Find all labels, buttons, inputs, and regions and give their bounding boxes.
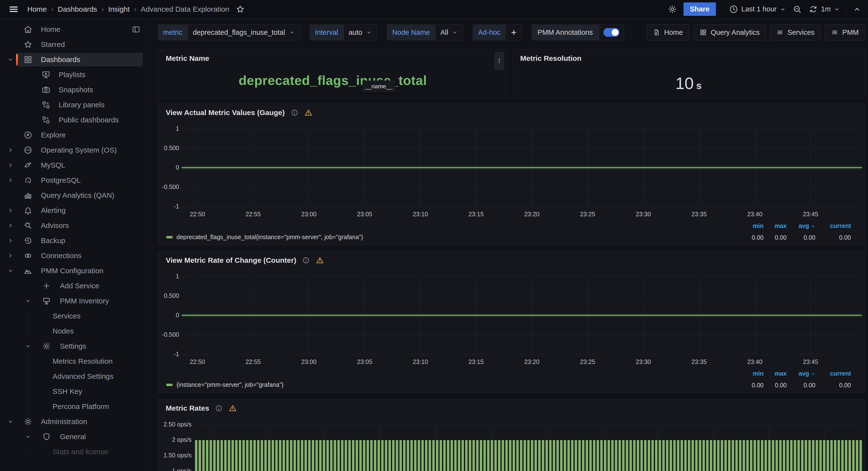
sidebar-item-pmm-configuration[interactable]: PMM Configuration [0,263,149,278]
sidebar-item-backup[interactable]: Backup [0,233,149,248]
sidebar-item-mysql[interactable]: MySQL [0,158,149,173]
legend-stat-header-current[interactable]: current [815,222,851,229]
sidebar-item-administration[interactable]: Administration [0,414,149,429]
refresh-picker[interactable]: 1m [808,4,840,14]
chevron-right-icon[interactable] [7,177,14,184]
chevron-down-icon[interactable] [7,56,14,63]
chevron-right-icon[interactable] [7,162,14,169]
info-icon[interactable] [215,404,223,412]
legend-color-swatch[interactable] [166,384,173,386]
sidebar-item-home[interactable]: Home [0,22,149,37]
chevron-right-icon[interactable] [7,146,14,154]
sidebar-item-query-analytics-qan[interactable]: Query Analytics (QAN) [0,188,149,203]
variable-metric-label[interactable]: metric [158,24,188,40]
panel-title[interactable]: Metric Name [166,54,209,63]
sidebar-item-snapshots[interactable]: Snapshots [0,82,149,97]
query-analytics-link-button[interactable]: Query Analytics [693,24,766,40]
variable-interval-label[interactable]: Interval [310,24,343,40]
share-button[interactable]: Share [683,2,716,16]
warning-icon[interactable] [316,256,324,264]
chevron-right-icon[interactable] [7,252,14,259]
variable-node-name-label[interactable]: Node Name [387,24,435,40]
sidebar-item-alerting[interactable]: Alerting [0,203,149,218]
breadcrumb-item[interactable]: Advanced Data Exploration [141,5,229,13]
pmm-link-button[interactable]: PMM [825,24,865,40]
sidebar-item-library-panels[interactable]: Library panels [0,97,149,112]
panel-title[interactable]: View Actual Metric Values (Gauge) [166,108,285,117]
add-filter-button[interactable]: + [506,24,522,40]
legend-stat-header-max[interactable]: max [764,222,787,229]
chevron-down-icon[interactable] [24,342,32,350]
chevron-down-icon[interactable] [24,433,32,440]
chevron-down-icon[interactable] [7,267,14,274]
panel-title[interactable]: Metric Rates [166,404,209,412]
info-icon[interactable] [302,257,310,264]
sidebar-item-add-service[interactable]: Add Service [0,278,149,293]
warning-icon[interactable] [228,404,237,412]
services-link-button[interactable]: Services [770,24,820,40]
variable-interval-select[interactable]: auto [343,24,377,40]
legend-stat-header-min[interactable]: min [742,222,764,229]
sidebar-item-starred[interactable]: Starred [0,37,149,52]
legend-stat-header-current[interactable]: current [815,370,851,377]
legend-stat-header-avg[interactable]: avg [787,222,815,229]
panel-title[interactable]: View Metric Rate of Change (Counter) [166,256,296,264]
legend-item[interactable]: deprecated_flags_inuse_total{instance="p… [166,234,363,241]
chevron-down-icon[interactable] [7,418,14,425]
series-line[interactable] [182,167,862,168]
chevron-down-icon[interactable] [24,297,32,305]
panel-left-icon[interactable] [132,25,141,34]
zoom-out-icon[interactable] [792,4,802,14]
chevron-right-icon[interactable] [7,222,14,229]
pmm-annotations-toggle[interactable] [599,24,624,40]
sidebar-item-public-dashboards[interactable]: Public dashboards [0,112,149,128]
sidebar-item-postgresql[interactable]: PostgreSQL [0,173,149,188]
dashboard-settings-gear-icon[interactable] [668,4,677,14]
sidebar-item-percona-platform[interactable]: Percona Platform [0,399,149,414]
panel-menu-kebab-icon[interactable] [494,52,504,70]
caret-up-icon[interactable] [853,5,861,13]
sidebar-item-label: Playlists [59,71,86,79]
x-axis-tick-label: 22:50 [180,358,214,365]
sidebar-item-general[interactable]: General [0,429,149,444]
legend-series-label[interactable]: deprecated_flags_inuse_total{instance="p… [177,234,363,241]
sidebar-item-services[interactable]: Services [0,308,149,324]
legend-series-label[interactable]: {instance="pmm-server", job="grafana"} [177,381,284,388]
sidebar-item-nodes[interactable]: Nodes [0,324,149,339]
legend-item[interactable]: {instance="pmm-server", job="grafana"} [166,381,284,388]
sidebar-item-playlists[interactable]: Playlists [0,67,149,82]
breadcrumb-item[interactable]: Home [27,5,47,13]
sidebar-item-stats-and-license[interactable]: Stats and license [0,444,149,459]
variable-node-name-select[interactable]: All [435,24,463,40]
chevron-right-icon[interactable] [7,237,14,244]
sidebar-item-advisors[interactable]: Advisors [0,218,149,233]
breadcrumb-item[interactable]: Insight [108,5,129,13]
favorite-star-icon[interactable] [236,5,245,14]
breadcrumb-item[interactable]: Dashboards [58,5,97,13]
sidebar-item-metrics-resolution[interactable]: Metrics Resolution [0,354,149,369]
legend-stat-header-min[interactable]: min [742,370,764,377]
sidebar-item-explore[interactable]: Explore [0,128,149,142]
legend-stat-header-avg[interactable]: avg [787,370,815,377]
gear-icon [23,417,33,426]
info-icon[interactable] [291,109,299,116]
series-line[interactable] [182,315,862,316]
time-range-picker[interactable]: Last 1 hour [729,4,786,14]
menu-icon[interactable] [8,3,20,15]
x-axis-tick-label: 22:55 [236,358,270,365]
warning-icon[interactable] [304,108,313,117]
sidebar-item-connections[interactable]: Connections [0,248,149,263]
legend-stat-header-max[interactable]: max [764,370,787,377]
sidebar-item-pmm-inventory[interactable]: PMM Inventory [0,293,149,308]
sidebar-item-settings[interactable]: Settings [0,339,149,354]
sidebar-item-operating-system-os[interactable]: Operating System (OS) [0,142,149,158]
variable-metric-select[interactable]: deprecated_flags_inuse_total [188,24,300,40]
legend-color-swatch[interactable] [166,236,173,238]
adhoc-filter-label[interactable]: Ad-hoc [473,24,506,40]
sidebar-item-ssh-key[interactable]: SSH Key [0,384,149,399]
home-link-button[interactable]: Home [647,24,689,40]
sidebar-item-dashboards[interactable]: Dashboards [0,52,149,67]
sidebar-item-advanced-settings[interactable]: Advanced Settings [0,369,149,384]
panel-title[interactable]: Metric Resolution [520,54,582,63]
chevron-right-icon[interactable] [7,207,14,214]
